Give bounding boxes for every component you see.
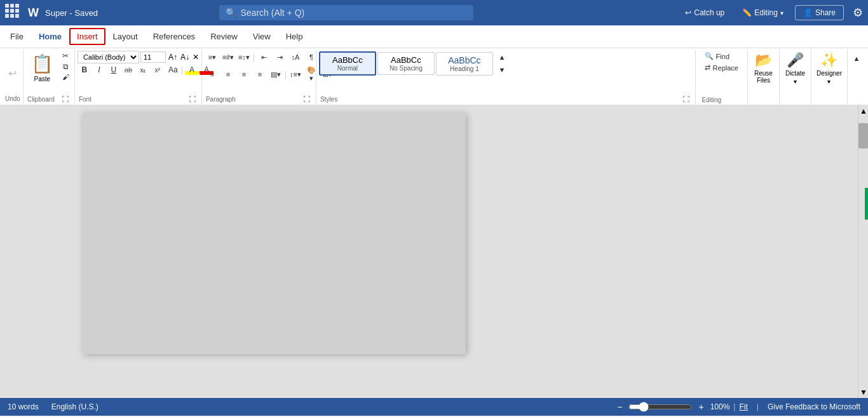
justify-button[interactable]: ≡ (252, 68, 268, 81)
styles-up-arrow[interactable]: ▲ (494, 51, 510, 63)
scroll-down-button[interactable]: ▼ (858, 387, 868, 398)
menu-references[interactable]: References (146, 28, 203, 45)
undo-label: Undo (5, 95, 20, 103)
fit-label[interactable]: Fit (739, 402, 747, 411)
paragraph-group: ≡▾ ≡#▾ ≡↕▾ | ⇤ ⇥ ↕A ¶ ≡ ≡ ≡ ≡ ▤▾ | ↕≡▾ 🎨… (202, 50, 316, 105)
green-indicator (865, 188, 868, 220)
designer-chevron: ▾ (827, 78, 831, 85)
align-center-button[interactable]: ≡ (220, 68, 236, 81)
scroll-up-button[interactable]: ▲ (858, 105, 868, 117)
highlight-button[interactable]: A (185, 65, 199, 75)
menu-review[interactable]: Review (203, 28, 245, 45)
menu-home[interactable]: Home (31, 28, 69, 45)
style-heading1[interactable]: AaBbCc Heading 1 (436, 52, 493, 76)
menu-layout[interactable]: Layout (105, 28, 146, 45)
case-button[interactable]: Aa (165, 65, 179, 75)
font-label: Font (79, 96, 92, 103)
search-box[interactable]: 🔍 Search (Alt + Q) (219, 5, 473, 20)
style-normal[interactable]: AaBbCc Normal (319, 51, 376, 76)
clipboard-top: 📋 Paste ✂ ⧉ 🖌 (26, 51, 72, 85)
para-expand[interactable]: ⛶ (301, 95, 312, 103)
ribbon: ↩ Undo 📋 Paste ✂ ⧉ 🖌 Clipboard ⛶ Calibri… (0, 48, 868, 105)
font-grow-icon[interactable]: A↑ (167, 52, 179, 62)
document-page[interactable] (83, 113, 466, 354)
catch-up-label: Catch up (694, 8, 724, 17)
replace-icon: ⇄ (705, 63, 710, 72)
zoom-area: − + 100% | Fit | Give Feedback to Micros… (614, 402, 860, 412)
font-clear-icon[interactable]: ✕ (191, 52, 200, 62)
zoom-in-button[interactable]: + (696, 402, 706, 412)
style-heading1-preview: AaBbCc (442, 55, 487, 65)
style-no-spacing-preview: AaBbCc (383, 55, 429, 65)
para-label-row: Paragraph ⛶ (205, 95, 313, 103)
reuse-files-group[interactable]: 📂 ReuseFiles (748, 50, 780, 105)
separator2: | (757, 402, 759, 411)
multilevel-button[interactable]: ≡↕▾ (236, 51, 252, 63)
italic-button[interactable]: I (92, 65, 106, 75)
search-placeholder: Search (Alt + Q) (240, 8, 304, 18)
subscript-button[interactable]: x₂ (136, 66, 150, 74)
underline-button[interactable]: U (107, 65, 121, 75)
feedback-label[interactable]: Give Feedback to Microsoft (768, 402, 860, 411)
menu-file[interactable]: File (3, 28, 31, 45)
reuse-files-label: ReuseFiles (754, 70, 773, 84)
language: English (U.S.) (51, 402, 98, 411)
dictate-chevron: ▾ (794, 78, 797, 85)
font-shrink-icon[interactable]: A↓ (179, 52, 191, 62)
format-painter-button[interactable]: 🖌 (60, 72, 72, 81)
zoom-out-button[interactable]: − (614, 402, 625, 412)
sort-button[interactable]: ↕A (288, 51, 303, 63)
style-normal-preview: AaBbCc (325, 55, 370, 65)
styles-expand[interactable]: ⛶ (681, 95, 691, 103)
editing-chevron: ▾ (780, 10, 783, 17)
font-size-input[interactable] (140, 51, 166, 63)
align-right-button[interactable]: ≡ (236, 68, 252, 81)
superscript-button[interactable]: x² (151, 66, 165, 74)
styles-label: Styles (320, 96, 337, 103)
menu-insert[interactable]: Insert (69, 28, 105, 45)
font-label-row: Font ⛶ (78, 95, 199, 103)
catch-up-button[interactable]: ↩ Catch up (679, 6, 731, 20)
columns-button[interactable]: ▤▾ (268, 68, 283, 81)
title-right-actions: ↩ Catch up ✏️ Editing ▾ 👤 Share ⚙ (679, 5, 863, 20)
editing-button[interactable]: ✏️ Editing ▾ (736, 6, 790, 20)
cut-button[interactable]: ✂ (60, 51, 72, 61)
clipboard-expand[interactable]: ⛶ (60, 95, 71, 103)
editing-group: 🔍 Find ⇄ Replace Editing (696, 50, 748, 105)
scroll-track (858, 117, 868, 387)
undo-area: ↩ Undo (3, 50, 24, 105)
app-grid-icon[interactable] (5, 4, 23, 22)
paste-button[interactable]: 📋 Paste (26, 51, 58, 85)
collapse-ribbon-button[interactable]: ▲ (849, 52, 864, 65)
zoom-slider[interactable] (628, 402, 692, 412)
line-spacing-button[interactable]: ↕≡▾ (288, 68, 303, 81)
decrease-indent-button[interactable]: ⇤ (256, 51, 271, 63)
share-button[interactable]: 👤 Share (795, 5, 844, 20)
menu-view[interactable]: View (245, 28, 278, 45)
clipboard-group: 📋 Paste ✂ ⧉ 🖌 Clipboard ⛶ (24, 50, 75, 105)
editing-group-label: Editing (702, 96, 722, 103)
designer-icon: ✨ (820, 52, 837, 69)
bold-button[interactable]: B (78, 65, 92, 75)
voice-group[interactable]: 🎤 Dictate ▾ (780, 50, 811, 105)
bullets-button[interactable]: ≡▾ (205, 51, 220, 63)
undo-button[interactable]: ↩ (7, 66, 18, 81)
numbering-button[interactable]: ≡#▾ (220, 51, 236, 63)
menu-help[interactable]: Help (278, 28, 311, 45)
scroll-thumb[interactable] (858, 123, 868, 149)
styles-down-arrow[interactable]: ▼ (494, 63, 510, 76)
font-expand[interactable]: ⛶ (187, 95, 198, 103)
designer-group[interactable]: ✨ Designer ▾ (811, 50, 848, 105)
editing-label-row: Editing (701, 96, 742, 103)
font-row2: B I U ab x₂ x² Aa | A A (78, 65, 199, 75)
strikethrough-button[interactable]: ab (121, 65, 135, 74)
increase-indent-button[interactable]: ⇥ (272, 51, 287, 63)
font-select[interactable]: Calibri (Body) (78, 51, 139, 63)
copy-button[interactable]: ⧉ (60, 62, 72, 72)
style-no-spacing[interactable]: AaBbCc No Spacing (377, 52, 435, 75)
settings-icon[interactable]: ⚙ (853, 6, 863, 20)
find-button[interactable]: 🔍 Find (701, 51, 742, 62)
scrollbar-right[interactable]: ▲ ▼ (858, 105, 868, 398)
align-left-button[interactable]: ≡ (205, 68, 220, 81)
replace-button[interactable]: ⇄ Replace (701, 62, 742, 73)
